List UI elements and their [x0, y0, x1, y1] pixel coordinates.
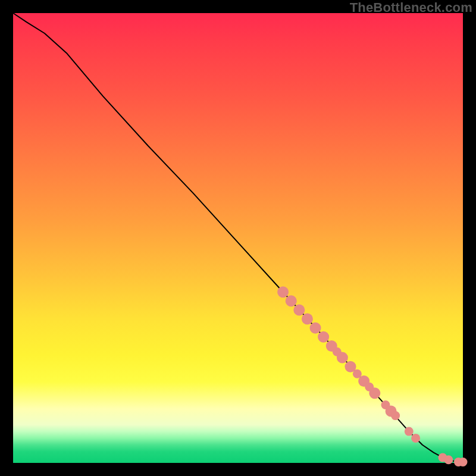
scatter-point: [411, 434, 420, 443]
scatter-point: [369, 387, 380, 399]
scatter-point: [293, 304, 305, 315]
scatter-point: [405, 427, 414, 436]
watermark-text: TheBottleneck.com: [350, 0, 472, 15]
chart-svg: [13, 13, 463, 463]
scatter-point: [337, 352, 348, 364]
scatter-point: [459, 458, 468, 466]
curve-line: [13, 13, 463, 462]
chart-frame: [13, 13, 463, 463]
scatter-point: [310, 322, 321, 334]
scatter-point: [277, 286, 289, 298]
scatter-point: [286, 295, 297, 306]
scatter-point: [318, 331, 329, 343]
scatter-point: [391, 411, 400, 420]
scatter-markers: [277, 286, 467, 466]
scatter-point: [444, 455, 453, 464]
scatter-point: [302, 314, 313, 325]
